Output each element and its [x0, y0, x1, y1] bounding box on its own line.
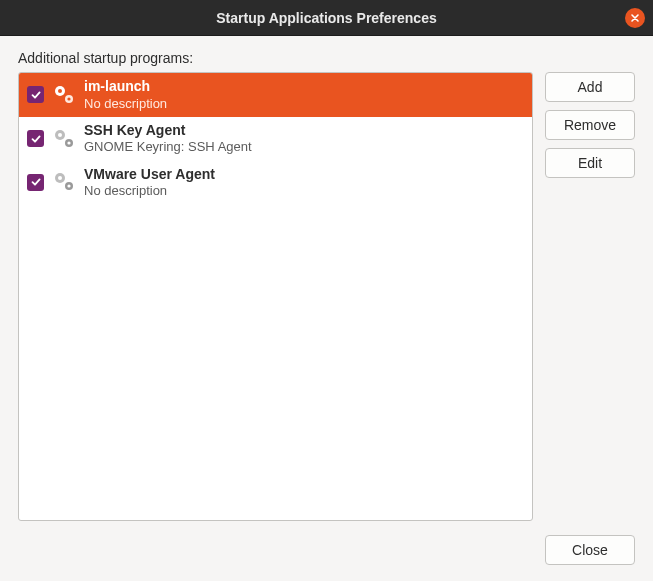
list-item[interactable]: VMware User AgentNo description	[19, 161, 532, 205]
add-button[interactable]: Add	[545, 72, 635, 102]
content-area: Additional startup programs: im-launchNo…	[0, 36, 653, 521]
item-description: No description	[84, 96, 167, 112]
close-icon	[630, 13, 640, 23]
enable-checkbox[interactable]	[27, 86, 44, 103]
list-item[interactable]: im-launchNo description	[19, 73, 532, 117]
enable-checkbox[interactable]	[27, 174, 44, 191]
gears-icon	[52, 127, 76, 151]
gears-icon	[52, 83, 76, 107]
svg-point-9	[58, 176, 62, 180]
svg-point-11	[67, 185, 70, 188]
window-close-button[interactable]	[625, 8, 645, 28]
startup-programs-list[interactable]: im-launchNo descriptionSSH Key AgentGNOM…	[18, 72, 533, 521]
svg-point-1	[58, 89, 62, 93]
item-title: VMware User Agent	[84, 166, 215, 184]
footer: Close	[0, 521, 653, 581]
list-item[interactable]: SSH Key AgentGNOME Keyring: SSH Agent	[19, 117, 532, 161]
svg-point-3	[67, 97, 70, 100]
svg-point-7	[67, 141, 70, 144]
item-text: SSH Key AgentGNOME Keyring: SSH Agent	[84, 122, 252, 156]
body-row: im-launchNo descriptionSSH Key AgentGNOM…	[18, 72, 635, 521]
item-description: No description	[84, 183, 215, 199]
side-buttons: Add Remove Edit	[545, 72, 635, 521]
remove-button[interactable]: Remove	[545, 110, 635, 140]
window-title: Startup Applications Preferences	[216, 10, 436, 26]
item-title: SSH Key Agent	[84, 122, 252, 140]
titlebar: Startup Applications Preferences	[0, 0, 653, 36]
close-button[interactable]: Close	[545, 535, 635, 565]
enable-checkbox[interactable]	[27, 130, 44, 147]
item-description: GNOME Keyring: SSH Agent	[84, 139, 252, 155]
item-title: im-launch	[84, 78, 167, 96]
gears-icon	[52, 170, 76, 194]
item-text: VMware User AgentNo description	[84, 166, 215, 200]
section-label: Additional startup programs:	[18, 50, 635, 66]
item-text: im-launchNo description	[84, 78, 167, 112]
svg-point-5	[58, 133, 62, 137]
edit-button[interactable]: Edit	[545, 148, 635, 178]
